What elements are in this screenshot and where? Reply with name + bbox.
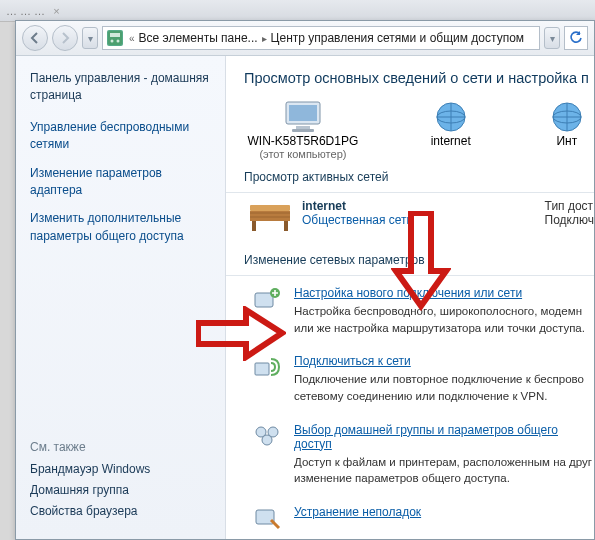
breadcrumb[interactable]: « Все элементы пане... ▸ Центр управлени… bbox=[102, 26, 540, 50]
new-connection-icon bbox=[253, 287, 281, 311]
svg-rect-18 bbox=[255, 363, 269, 375]
svg-rect-7 bbox=[292, 129, 314, 132]
active-network-name: internet bbox=[302, 199, 413, 213]
active-network-type-link[interactable]: Общественная сеть bbox=[302, 213, 413, 227]
option-connect: Подключиться к сети Подключение или повт… bbox=[252, 354, 594, 404]
connections-label: Подключ bbox=[545, 213, 594, 227]
browser-tabbar: … … … × bbox=[0, 0, 595, 22]
internet-label-2: Инт bbox=[556, 134, 577, 148]
page-title: Просмотр основных сведений о сети и наст… bbox=[244, 70, 594, 86]
computer-icon bbox=[282, 100, 324, 134]
control-panel-icon bbox=[107, 30, 123, 46]
main-content: Просмотр основных сведений о сети и наст… bbox=[226, 56, 594, 539]
option-homegroup-desc: Доступ к файлам и принтерам, расположенн… bbox=[294, 454, 594, 487]
svg-rect-16 bbox=[255, 293, 273, 307]
see-also-homegroup[interactable]: Домашняя группа bbox=[30, 483, 211, 497]
breadcrumb-seg-1[interactable]: Все элементы пане... bbox=[139, 31, 258, 45]
refresh-button[interactable] bbox=[564, 26, 588, 50]
connect-icon bbox=[253, 355, 281, 379]
svg-rect-6 bbox=[296, 126, 310, 129]
see-also-heading: См. также bbox=[30, 440, 211, 454]
arrow-left-icon bbox=[29, 32, 41, 44]
network-map-internet-2[interactable]: Инт bbox=[540, 100, 594, 148]
control-panel-window: ▾ « Все элементы пане... ▸ Центр управле… bbox=[15, 20, 595, 540]
sidebar-home-link[interactable]: Панель управления - домашняя страница bbox=[30, 70, 211, 105]
homegroup-icon bbox=[253, 424, 281, 448]
computer-name: WIN-K58T5R6D1PG bbox=[248, 134, 359, 148]
address-bar: ▾ « Все элементы пане... ▸ Центр управле… bbox=[16, 21, 594, 56]
section-active-networks: Просмотр активных сетей bbox=[244, 170, 594, 184]
svg-point-21 bbox=[262, 435, 272, 445]
breadcrumb-dropdown-button[interactable]: ▾ bbox=[544, 27, 560, 49]
see-also-firewall[interactable]: Брандмауэр Windows bbox=[30, 462, 211, 476]
option-homegroup: Выбор домашней группы и параметров общег… bbox=[252, 423, 594, 487]
sidebar-link-sharing[interactable]: Изменить дополнительные параметры общего… bbox=[30, 210, 211, 245]
globe-icon bbox=[434, 100, 468, 134]
option-new-connection-desc: Настройка беспроводного, широкополосного… bbox=[294, 303, 594, 336]
option-troubleshoot-link[interactable]: Устранение неполадок bbox=[294, 505, 421, 519]
svg-point-3 bbox=[117, 40, 120, 43]
refresh-icon bbox=[569, 31, 583, 45]
option-troubleshoot: Устранение неполадок bbox=[252, 505, 594, 531]
nav-forward-button[interactable] bbox=[52, 25, 78, 51]
bench-icon bbox=[248, 199, 292, 235]
option-connect-link[interactable]: Подключиться к сети bbox=[294, 354, 594, 368]
svg-rect-15 bbox=[284, 221, 288, 231]
active-network-row: internet Общественная сеть Тип дост Подк… bbox=[248, 199, 594, 235]
network-map: WIN-K58T5R6D1PG (этот компьютер) interne… bbox=[244, 100, 594, 160]
chevron-icon: « bbox=[126, 33, 138, 44]
computer-sub: (этот компьютер) bbox=[259, 148, 346, 160]
svg-rect-12 bbox=[250, 205, 290, 211]
svg-point-2 bbox=[111, 40, 114, 43]
section-change-settings: Изменение сетевых параметров bbox=[244, 253, 594, 267]
troubleshoot-icon bbox=[253, 506, 281, 530]
globe-icon bbox=[550, 100, 584, 134]
internet-label: internet bbox=[431, 134, 471, 148]
svg-rect-5 bbox=[289, 105, 317, 121]
option-homegroup-link[interactable]: Выбор домашней группы и параметров общег… bbox=[294, 423, 594, 451]
option-new-connection: Настройка нового подключения или сети На… bbox=[252, 286, 594, 336]
access-type-label: Тип дост bbox=[545, 199, 594, 213]
tab-ghost-text: … … … bbox=[6, 5, 45, 17]
chevron-right-icon: ▸ bbox=[259, 33, 270, 44]
network-map-internet[interactable]: internet bbox=[392, 100, 510, 160]
option-connect-desc: Подключение или повторное подключение к … bbox=[294, 371, 594, 404]
arrow-right-icon bbox=[59, 32, 71, 44]
sidebar-link-adapter[interactable]: Изменение параметров адаптера bbox=[30, 165, 211, 200]
svg-rect-1 bbox=[110, 33, 120, 37]
option-new-connection-link[interactable]: Настройка нового подключения или сети bbox=[294, 286, 594, 300]
nav-history-button[interactable]: ▾ bbox=[82, 27, 98, 49]
sidebar: Панель управления - домашняя страница Уп… bbox=[16, 56, 226, 539]
sidebar-link-wireless[interactable]: Управление беспроводными сетями bbox=[30, 119, 211, 154]
svg-rect-14 bbox=[252, 221, 256, 231]
network-map-computer[interactable]: WIN-K58T5R6D1PG (этот компьютер) bbox=[244, 100, 362, 160]
nav-back-button[interactable] bbox=[22, 25, 48, 51]
breadcrumb-seg-2[interactable]: Центр управления сетями и общим доступом bbox=[271, 31, 525, 45]
tab-close-icon[interactable]: × bbox=[53, 5, 59, 17]
see-also-browser-props[interactable]: Свойства браузера bbox=[30, 504, 211, 518]
